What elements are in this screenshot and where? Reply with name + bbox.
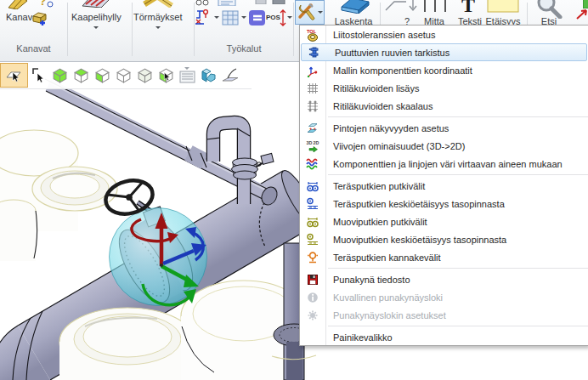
ring-pair-icon <box>194 0 212 6</box>
list-icon[interactable] <box>177 63 198 88</box>
plastic-pipe-spacing-icon <box>300 215 325 229</box>
svg-text:+ +: + + <box>309 125 316 130</box>
svg-text:T: T <box>461 0 475 15</box>
menu-item-label: Teräsputkien keskiöetäisyys tasopinnasta <box>325 199 505 209</box>
menu-item[interactable]: Teräsputkien kannakevälit <box>300 248 588 266</box>
select-edge-icon[interactable] <box>28 63 49 88</box>
menu-item[interactable]: Ritiläkuvioiden skaalaus <box>300 97 588 115</box>
menu-item[interactable]: Teräsputkien putkivälit <box>300 177 588 195</box>
menu-item-label: Ritiläkuvioiden lisäys <box>325 83 420 94</box>
menu-item-label: Teräsputkien kannakevälit <box>325 252 441 263</box>
redline-file-icon <box>300 273 325 286</box>
menu-item[interactable]: Ritiläkuvioiden lisäys <box>300 79 588 97</box>
tormaykset-button[interactable]: Törmäykset <box>133 12 182 22</box>
coordinates-icon <box>300 64 325 77</box>
svg-text:?: ? <box>39 0 47 8</box>
tormaykset-dropdown-caret[interactable] <box>155 26 161 31</box>
partial-icon-a <box>255 0 267 4</box>
menu-item-label: Puuttuvien ruuvien tarkistus <box>327 48 449 58</box>
teksti-icon[interactable]: T <box>459 0 479 15</box>
measure-dropdown-caret[interactable] <box>214 16 219 21</box>
table-button[interactable] <box>221 9 240 27</box>
leader-line-icon[interactable] <box>384 0 410 14</box>
partial-green-icon <box>583 0 588 9</box>
pos-dropdown-caret[interactable] <box>287 16 292 21</box>
menu-item-label: Muoviputkien keskiöetäisyys tasopinnasta <box>325 235 506 245</box>
menu-item-label: Viivojen ominaisuudet (3D->2D) <box>325 141 465 151</box>
section-plane-icon[interactable] <box>219 63 240 88</box>
menu-item-label: Komponenttien ja linjojen väri virtaavan… <box>325 159 563 169</box>
menu-item-label: Ritiläkuvioiden skaalaus <box>325 101 433 111</box>
menu-item[interactable]: Puuttuvien ruuvien tarkistus <box>301 43 587 61</box>
cube-pick-icon[interactable] <box>155 63 177 88</box>
menu-item[interactable]: + +Pintojen näkyvyyden asetus <box>300 119 588 137</box>
menu-item[interactable]: Muoviputkien keskiöetäisyys tasopinnasta <box>300 230 588 248</box>
grid-add-icon <box>300 82 325 95</box>
svg-text:2D: 2D <box>314 139 319 145</box>
cube-front-icon[interactable] <box>92 63 113 88</box>
menu-item-label: Mallin komponenttien koordinaatit <box>325 65 472 76</box>
missing-screws-icon <box>302 46 327 60</box>
duct-tool-icon[interactable] <box>5 0 31 9</box>
tools-menu-button[interactable] <box>295 0 325 25</box>
menu-item[interactable]: Komponenttien ja linjojen väri virtaavan… <box>300 155 588 173</box>
menu-item[interactable]: Teräsputkien keskiöetäisyys tasopinnasta <box>300 195 588 213</box>
cube-outline-icon[interactable] <box>113 63 134 88</box>
settings-icon <box>300 309 325 322</box>
application-window: { "ribbon": { "kanava_label": "Kanava", … <box>0 0 588 380</box>
add-duct-button[interactable] <box>31 9 49 27</box>
menu-item: Kuvallinen punakynäysloki <box>300 288 588 306</box>
svg-text:TOL: TOL <box>307 28 317 33</box>
cube-top-icon[interactable] <box>71 63 92 88</box>
group-label-tyokalut: Työkalut <box>194 43 294 54</box>
lines-3d2d-icon: 3D 2D <box>300 139 325 153</box>
view-selection-toolbar <box>0 62 252 89</box>
menu-item[interactable]: Mallin komponenttien koordinaatit <box>300 61 588 79</box>
table-dropdown-caret[interactable] <box>241 16 246 21</box>
partial-icon-b <box>272 0 286 4</box>
arrow-down-icon[interactable] <box>408 0 418 14</box>
plastic-pipe-center-distance-icon <box>300 233 325 247</box>
menu-item[interactable]: TOL Liitostoleranssien asetus <box>300 26 588 43</box>
group-label-kanavat: Kanavat <box>0 43 67 54</box>
pos-label-button[interactable]: POS <box>266 9 288 27</box>
kaapelihylly-dropdown-caret[interactable] <box>93 26 99 31</box>
menu-item-label: Pintojen näkyvyyden asetus <box>325 123 449 133</box>
report-list-icon <box>218 0 236 6</box>
menu-item[interactable]: Punakynä tiedosto <box>300 270 588 288</box>
svg-text:3D: 3D <box>307 139 313 145</box>
measure-point-button[interactable] <box>194 9 212 27</box>
equals-button[interactable] <box>248 9 267 27</box>
collision-check-icon[interactable] <box>143 0 177 8</box>
tools-dropdown-menu: TOL Liitostoleranssien asetus Puuttuvien… <box>299 25 588 346</box>
kaapelihylly-button[interactable]: Kaapelihylly <box>71 12 122 22</box>
duct-help-icon[interactable]: ? <box>37 0 54 9</box>
cube-solid-icon[interactable] <box>49 63 71 88</box>
laskenta-icon[interactable] <box>338 0 372 14</box>
menu-item-label: Teräsputkien putkivälit <box>325 181 425 191</box>
partial-red-arrow-icon <box>576 9 588 20</box>
menu-item-label: Liitostoleranssien asetus <box>325 30 435 40</box>
menu-item-label: Punakynäyslokin asetukset <box>325 310 446 320</box>
cube-shaded-icon[interactable] <box>134 63 155 88</box>
menu-item-label: Kuvallinen punakynäysloki <box>325 292 443 303</box>
menu-item[interactable]: Painikevalikko <box>300 328 588 346</box>
cable-tray-icon[interactable] <box>81 0 111 8</box>
menu-item-label: Painikevalikko <box>325 332 393 343</box>
mitta-icon[interactable] <box>421 0 449 14</box>
select-region-icon[interactable] <box>0 63 28 88</box>
flow-color-icon <box>300 157 325 171</box>
surface-visibility-icon: + + <box>300 122 325 135</box>
tools-dropdown-caret[interactable] <box>318 11 323 16</box>
svg-text:POS: POS <box>266 14 281 21</box>
menu-item: Punakynäyslokin asetukset <box>300 306 588 324</box>
menu-item[interactable]: 3D 2D Viivojen ominaisuudet (3D->2D) <box>300 137 588 155</box>
etaisyys-icon[interactable] <box>486 0 520 14</box>
steel-pipe-spacing-icon <box>300 179 325 193</box>
tolerance-icon: TOL <box>300 28 325 42</box>
menu-item[interactable]: Muoviputkien putkivälit <box>300 213 588 230</box>
pipe-support-spacing-icon <box>300 251 325 264</box>
ucs-icon[interactable] <box>198 63 219 88</box>
background-tanks <box>0 130 117 261</box>
menu-item-label: Muoviputkien putkivälit <box>325 217 427 227</box>
